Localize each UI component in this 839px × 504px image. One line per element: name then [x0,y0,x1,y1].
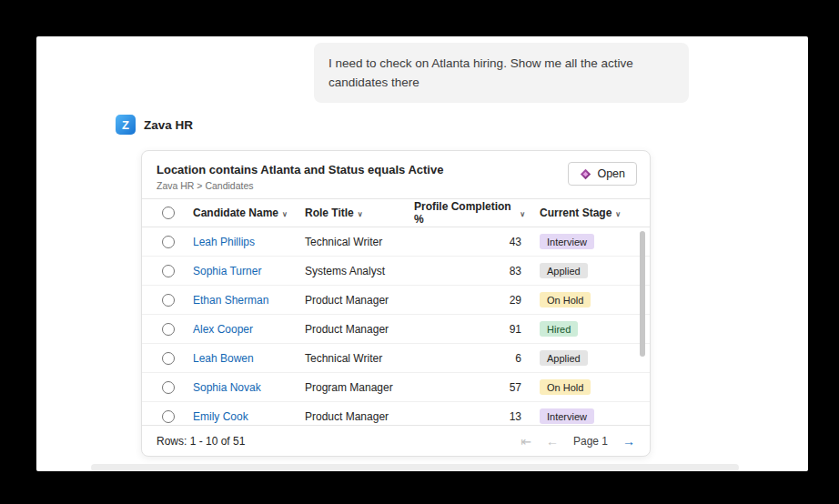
profile-completion-cell: 57 [414,381,525,394]
profile-completion-cell: 29 [414,294,525,307]
sort-chevron-icon: ∨ [282,210,288,218]
candidate-name-link[interactable]: Leah Phillips [193,236,305,248]
first-page-icon[interactable]: ⇤ [521,435,531,448]
open-button-label: Open [597,167,625,180]
role-title-cell: Technical Writer [305,352,414,365]
role-title-cell: Systems Analyst [305,265,414,277]
row-checkbox[interactable] [162,236,175,248]
app-window: I need to check on Atlanta hiring. Show … [36,36,808,471]
column-header-label: Current Stage [540,207,612,219]
candidate-name-link[interactable]: Ethan Sherman [193,294,305,307]
stage-badge: On Hold [540,379,591,395]
table-row[interactable]: Sophia Novak Program Manager 57 On Hold [142,373,650,402]
chat-message-text: I need to check on Atlanta hiring. Show … [329,56,633,89]
candidate-name-link[interactable]: Sophia Turner [193,265,305,277]
candidate-name-link[interactable]: Leah Bowen [193,352,305,365]
table-row[interactable]: Leah Bowen Technical Writer 6 Applied [142,344,650,373]
profile-completion-cell: 43 [414,236,525,248]
profile-completion-cell: 13 [414,410,525,423]
current-stage-cell: Applied [525,263,635,278]
table-body: Leah Phillips Technical Writer 43 Interv… [142,227,650,425]
current-stage-cell: Applied [525,350,635,366]
next-page-icon[interactable]: → [622,435,635,448]
candidates-card: Location contains Atlanta and Status equ… [141,150,651,457]
user-chat-message: I need to check on Atlanta hiring. Show … [314,43,689,103]
stage-badge: Applied [540,350,588,366]
column-header-current-stage[interactable]: Current Stage ∨ [525,207,635,219]
page-number-label: Page 1 [573,435,608,448]
table-header-row: Candidate Name ∨ Role Title ∨ Profile Co… [142,198,650,227]
row-checkbox-cell [157,294,193,307]
stage-badge: Hired [540,321,578,337]
table-rows: Leah Phillips Technical Writer 43 Interv… [142,227,650,425]
role-title-cell: Program Manager [305,381,414,394]
table-row[interactable]: Ethan Sherman Product Manager 29 On Hold [142,286,650,315]
column-header-candidate-name[interactable]: Candidate Name ∨ [193,207,305,219]
current-stage-cell: Interview [525,408,635,424]
row-checkbox[interactable] [162,323,175,336]
current-stage-cell: Hired [525,321,635,337]
table-row[interactable]: Emily Cook Product Manager 13 Interview [142,402,650,425]
role-title-cell: Technical Writer [305,236,414,248]
candidate-name-link[interactable]: Alex Cooper [193,323,305,336]
column-header-label: Role Title [305,207,354,219]
column-header-label: Candidate Name [193,207,278,219]
breadcrumb: Zava HR > Candidates [157,180,635,191]
sort-chevron-icon: ∨ [358,210,363,218]
current-stage-cell: Interview [525,234,635,249]
vertical-scrollbar[interactable] [640,231,645,357]
table-row[interactable]: Leah Phillips Technical Writer 43 Interv… [142,227,650,257]
profile-completion-cell: 6 [414,352,525,365]
role-title-cell: Product Manager [305,410,414,423]
current-stage-cell: On Hold [525,379,635,395]
row-checkbox-cell [157,381,193,394]
row-checkbox-cell [157,352,193,365]
row-checkbox[interactable] [162,381,175,394]
column-header-profile-completion[interactable]: Profile Completion % ∨ [414,200,525,226]
zava-hr-logo-icon: Z [116,115,136,135]
profile-completion-cell: 91 [414,323,525,336]
profile-completion-cell: 83 [414,265,525,277]
header-checkbox-cell [157,207,193,219]
table-row[interactable]: Sophia Turner Systems Analyst 83 Applied [142,257,650,286]
card-header: Location contains Atlanta and Status equ… [142,151,650,198]
sort-chevron-icon: ∨ [615,210,621,218]
row-checkbox-cell [157,236,193,248]
power-apps-diamond-icon [580,168,591,180]
column-header-label: Profile Completion % [414,200,516,226]
row-checkbox-cell [157,410,193,423]
open-button[interactable]: Open [568,162,637,186]
role-title-cell: Product Manager [305,323,414,336]
select-all-checkbox[interactable] [162,207,175,219]
row-checkbox[interactable] [162,294,175,307]
column-header-role-title[interactable]: Role Title ∨ [305,207,414,219]
row-checkbox-cell [157,323,193,336]
pagination: ⇤ ← Page 1 → [521,435,635,448]
candidate-name-link[interactable]: Sophia Novak [193,381,305,394]
stage-badge: Interview [540,234,594,249]
current-stage-cell: On Hold [525,292,635,307]
app-header: Z Zava HR [116,115,193,135]
row-checkbox[interactable] [162,265,175,277]
role-title-cell: Product Manager [305,294,414,307]
sort-chevron-icon: ∨ [520,210,525,218]
candidate-name-link[interactable]: Emily Cook [193,410,305,423]
table-row[interactable]: Alex Cooper Product Manager 91 Hired [142,315,650,344]
previous-page-icon[interactable]: ← [546,435,559,448]
row-checkbox[interactable] [162,410,175,423]
rows-count-label: Rows: 1 - 10 of 51 [157,435,245,448]
row-checkbox[interactable] [162,352,175,365]
table-footer: Rows: 1 - 10 of 51 ⇤ ← Page 1 → [142,425,650,456]
stage-badge: Interview [540,408,594,424]
stage-badge: On Hold [540,292,591,307]
app-name: Zava HR [144,118,193,132]
row-checkbox-cell [157,265,193,277]
stage-badge: Applied [540,263,588,278]
card-title: Location contains Atlanta and Status equ… [157,163,635,176]
bottom-scroll-strip [91,464,739,471]
